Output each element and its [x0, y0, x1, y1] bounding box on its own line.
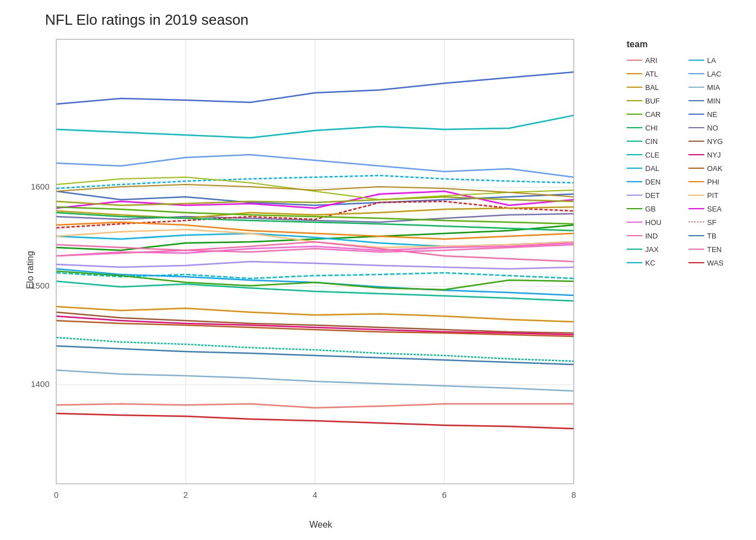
- legend-item-NO: NO: [688, 122, 745, 134]
- legend-item-MIA: MIA: [688, 81, 745, 93]
- legend-label-SEA: SEA: [707, 205, 722, 213]
- legend-item-JAX: JAX: [627, 243, 683, 255]
- svg-text:1600: 1600: [31, 182, 50, 191]
- legend-item-LAC: LAC: [688, 68, 745, 80]
- legend-label-ATL: ATL: [645, 70, 658, 78]
- legend-label-NE: NE: [707, 110, 717, 119]
- legend-line-PHI: [688, 181, 704, 182]
- legend-line-BUF: [627, 100, 642, 101]
- legend-item-SF: SF: [688, 216, 745, 228]
- legend-line-IND: [627, 235, 642, 236]
- legend-item-NYG: NYG: [688, 135, 745, 147]
- legend-line-SF: [688, 222, 704, 223]
- legend-label-NO: NO: [707, 124, 718, 132]
- legend-item-BUF: BUF: [627, 94, 683, 107]
- svg-text:4: 4: [313, 490, 317, 500]
- legend-line-CLE: [627, 154, 642, 155]
- legend-item-PHI: PHI: [688, 176, 745, 188]
- legend-label-NYJ: NYJ: [707, 151, 721, 159]
- svg-text:8: 8: [572, 490, 576, 500]
- legend-item-CAR: CAR: [627, 108, 683, 120]
- legend-label-MIN: MIN: [707, 97, 721, 105]
- legend-item-MIN: MIN: [688, 94, 745, 107]
- legend-line-LA: [688, 60, 704, 61]
- legend-label-LAC: LAC: [707, 70, 721, 78]
- legend-item-HOU: HOU: [627, 216, 683, 228]
- svg-text:1500: 1500: [31, 281, 50, 290]
- legend-label-CHI: CHI: [645, 124, 658, 132]
- legend-item-ARI: ARI: [627, 54, 683, 66]
- svg-text:0: 0: [54, 490, 58, 500]
- legend-label-CAR: CAR: [645, 110, 660, 119]
- legend-line-NE: [688, 114, 704, 115]
- legend-line-CHI: [627, 127, 642, 128]
- legend-label-ARI: ARI: [645, 56, 658, 65]
- legend-line-MIA: [688, 87, 704, 88]
- legend-line-JAX: [627, 249, 642, 250]
- legend-label-CLE: CLE: [645, 151, 659, 159]
- chart-container: NFL Elo ratings in 2019 season Elo ratin…: [0, 0, 756, 540]
- legend-line-NO: [688, 127, 704, 128]
- legend-item-NE: NE: [688, 108, 745, 120]
- legend-line-ATL: [627, 73, 642, 74]
- legend: team ARI LA ATL LAC BAL: [627, 39, 745, 269]
- legend-label-GB: GB: [645, 205, 656, 213]
- legend-line-OAK: [688, 168, 704, 169]
- legend-item-DEN: DEN: [627, 176, 683, 188]
- legend-item-NYJ: NYJ: [688, 148, 745, 161]
- legend-grid: ARI LA ATL LAC BAL MIA: [627, 54, 745, 269]
- legend-label-DET: DET: [645, 191, 660, 200]
- legend-label-WAS: WAS: [707, 259, 723, 267]
- legend-line-NYG: [688, 141, 704, 142]
- legend-label-OAK: OAK: [707, 164, 722, 173]
- legend-label-IND: IND: [645, 232, 658, 240]
- legend-label-CIN: CIN: [645, 137, 658, 146]
- legend-item-IND: IND: [627, 230, 683, 242]
- legend-label-DEN: DEN: [645, 178, 660, 186]
- legend-label-LA: LA: [707, 56, 716, 65]
- legend-label-BAL: BAL: [645, 83, 659, 92]
- legend-item-SEA: SEA: [688, 202, 745, 215]
- legend-item-ATL: ATL: [627, 68, 683, 80]
- legend-line-NYJ: [688, 154, 704, 155]
- legend-label-TEN: TEN: [707, 245, 722, 254]
- legend-line-CAR: [627, 114, 642, 115]
- legend-label-MIA: MIA: [707, 83, 720, 92]
- legend-line-SEA: [688, 208, 704, 209]
- legend-item-DET: DET: [627, 189, 683, 201]
- legend-label-PIT: PIT: [707, 191, 718, 200]
- legend-label-TB: TB: [707, 232, 717, 240]
- legend-label-JAX: JAX: [645, 245, 659, 254]
- legend-line-ARI: [627, 60, 642, 61]
- svg-text:1400: 1400: [31, 379, 50, 389]
- legend-line-TEN: [688, 249, 704, 250]
- legend-label-HOU: HOU: [645, 218, 662, 227]
- legend-line-BAL: [627, 87, 642, 88]
- legend-line-GB: [627, 208, 642, 209]
- legend-label-BUF: BUF: [645, 97, 660, 105]
- legend-label-NYG: NYG: [707, 137, 723, 146]
- legend-item-PIT: PIT: [688, 189, 745, 201]
- legend-item-BAL: BAL: [627, 81, 683, 93]
- legend-title: team: [627, 39, 745, 50]
- legend-item-DAL: DAL: [627, 162, 683, 174]
- legend-label-KC: KC: [645, 259, 655, 267]
- legend-line-DEN: [627, 181, 642, 182]
- legend-item-CHI: CHI: [627, 122, 683, 134]
- legend-item-LA: LA: [688, 54, 745, 66]
- legend-label-PHI: PHI: [707, 178, 719, 186]
- svg-text:6: 6: [442, 490, 447, 500]
- svg-text:2: 2: [183, 490, 188, 500]
- legend-line-DET: [627, 195, 642, 196]
- legend-label-SF: SF: [707, 218, 717, 227]
- legend-line-MIN: [688, 100, 704, 101]
- legend-item-TEN: TEN: [688, 243, 745, 255]
- legend-item-OAK: OAK: [688, 162, 745, 174]
- legend-line-KC: [627, 262, 642, 263]
- legend-item-CLE: CLE: [627, 148, 683, 161]
- legend-item-CIN: CIN: [627, 135, 683, 147]
- legend-item-TB: TB: [688, 230, 745, 242]
- legend-line-CIN: [627, 141, 642, 142]
- legend-item-KC: KC: [627, 256, 683, 269]
- legend-line-DAL: [627, 168, 642, 169]
